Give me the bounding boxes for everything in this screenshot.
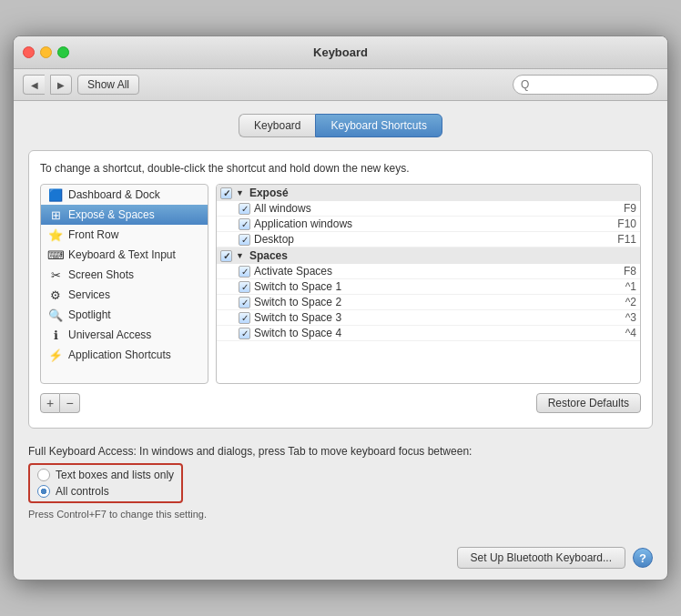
pane-area: 🟦 Dashboard & Dock ⊞ Exposé & Spaces ⭐ F… (40, 184, 641, 384)
group-header-expose[interactable]: ✓ ▼ Exposé (217, 185, 640, 201)
restore-defaults-button[interactable]: Restore Defaults (536, 393, 641, 413)
sidebar-item-screenshots[interactable]: ✂ Screen Shots (41, 265, 208, 285)
main-panel: To change a shortcut, double-click the s… (28, 150, 653, 429)
shortcut-checkbox[interactable]: ✓ (239, 266, 250, 278)
shortcut-checkbox[interactable]: ✓ (239, 203, 250, 215)
universal-icon: ℹ (48, 328, 63, 342)
sidebar-item-frontrow[interactable]: ⭐ Front Row (41, 225, 208, 245)
shortcut-row[interactable]: ✓ Switch to Space 1 ^1 (217, 279, 640, 295)
shortcut-key: F11 (600, 233, 636, 246)
sidebar-item-label: Spotlight (68, 308, 111, 321)
setup-bluetooth-button[interactable]: Set Up Bluetooth Keyboard... (457, 547, 625, 569)
radio-circle-textboxes (37, 469, 50, 481)
maximize-button[interactable] (57, 46, 69, 58)
search-input[interactable] (513, 75, 658, 95)
shortcut-row[interactable]: ✓ Switch to Space 4 ^4 (217, 326, 640, 341)
shortcut-checkbox[interactable]: ✓ (239, 328, 250, 339)
sidebar-item-expose[interactable]: ⊞ Exposé & Spaces (41, 205, 208, 225)
shortcut-checkbox[interactable]: ✓ (239, 297, 250, 308)
instruction-text: To change a shortcut, double-click the s… (40, 162, 641, 175)
shortcut-row[interactable]: ✓ Application windows F10 (217, 217, 640, 232)
shortcut-key: ^4 (600, 327, 636, 339)
shortcut-key: F8 (600, 265, 636, 278)
radio-option-textboxes[interactable]: Text boxes and lists only (37, 469, 174, 481)
radio-circle-allcontrols (37, 485, 50, 498)
sidebar-item-label: Front Row (68, 228, 118, 241)
shortcut-checkbox[interactable]: ✓ (239, 281, 250, 293)
spotlight-icon: 🔍 (48, 308, 63, 322)
window-title: Keyboard (313, 45, 368, 59)
content-area: Keyboard Keyboard Shortcuts To change a … (14, 101, 667, 540)
shortcut-row[interactable]: ✓ Switch to Space 3 ^3 (217, 310, 640, 326)
shortcut-name: Switch to Space 3 (254, 311, 596, 324)
shortcut-key: F10 (600, 217, 636, 230)
add-shortcut-button[interactable]: + (40, 393, 60, 413)
sidebar-item-label: Application Shortcuts (68, 348, 171, 361)
forward-button[interactable]: ▶ (50, 75, 72, 95)
back-button[interactable]: ◀ (23, 75, 45, 95)
group-checkbox-expose[interactable]: ✓ (220, 187, 232, 199)
shortcuts-table: ✓ ▼ Exposé ✓ All windows F9 ✓ Applicatio… (216, 184, 641, 384)
shortcut-row[interactable]: ✓ All windows F9 (217, 201, 640, 217)
sidebar-item-universal[interactable]: ℹ Universal Access (41, 325, 208, 345)
main-window: Keyboard ◀ ▶ Show All Keyboard Keyboard … (13, 35, 668, 581)
group-checkbox-spaces[interactable]: ✓ (220, 250, 232, 262)
traffic-lights (23, 46, 69, 58)
group-label-spaces: Spaces (249, 249, 288, 262)
frontrow-icon: ⭐ (48, 227, 63, 242)
tab-keyboard[interactable]: Keyboard (239, 114, 315, 137)
shortcut-row[interactable]: ✓ Switch to Space 2 ^2 (217, 295, 640, 310)
shortcut-name: All windows (254, 202, 596, 215)
radio-label-textboxes: Text boxes and lists only (56, 469, 174, 481)
sidebar-item-keyboard[interactable]: ⌨ Keyboard & Text Input (41, 245, 208, 265)
tabs: Keyboard Keyboard Shortcuts (28, 114, 653, 137)
sidebar-item-dashboard[interactable]: 🟦 Dashboard & Dock (41, 185, 208, 205)
collapse-icon-expose: ▼ (236, 188, 244, 197)
dashboard-icon: 🟦 (48, 187, 63, 202)
shortcut-name: Desktop (254, 233, 596, 246)
collapse-icon-spaces: ▼ (236, 251, 244, 260)
shortcut-key: ^2 (600, 296, 636, 308)
group-label-expose: Exposé (249, 187, 289, 199)
sidebar-item-appshortcuts[interactable]: ⚡ Application Shortcuts (41, 345, 208, 365)
ctrl-note: Press Control+F7 to change this setting. (28, 509, 653, 520)
sidebar-list: 🟦 Dashboard & Dock ⊞ Exposé & Spaces ⭐ F… (40, 184, 208, 384)
shortcut-row[interactable]: ✓ Activate Spaces F8 (217, 264, 640, 279)
shortcut-name: Activate Spaces (254, 265, 596, 278)
remove-shortcut-button[interactable]: − (60, 393, 80, 413)
radio-option-allcontrols[interactable]: All controls (37, 485, 174, 498)
group-header-spaces[interactable]: ✓ ▼ Spaces (217, 247, 640, 264)
minimize-button[interactable] (40, 46, 52, 58)
shortcut-name: Switch to Space 1 (254, 280, 596, 293)
shortcut-checkbox[interactable]: ✓ (239, 312, 250, 324)
shortcut-name: Switch to Space 4 (254, 327, 596, 339)
sidebar-item-services[interactable]: ⚙ Services (41, 285, 208, 305)
footer: Set Up Bluetooth Keyboard... ? (14, 540, 667, 580)
sidebar-item-label: Keyboard & Text Input (68, 248, 176, 261)
radio-label-allcontrols: All controls (56, 485, 109, 498)
sidebar-item-label: Exposé & Spaces (68, 208, 155, 221)
shortcut-key: ^3 (600, 311, 636, 324)
shortcut-name: Switch to Space 2 (254, 296, 596, 308)
shortcut-key: ^1 (600, 280, 636, 293)
tab-keyboard-shortcuts[interactable]: Keyboard Shortcuts (315, 114, 442, 137)
services-icon: ⚙ (48, 288, 63, 302)
sidebar-item-label: Universal Access (68, 328, 151, 341)
bottom-toolbar: + − Restore Defaults (40, 389, 641, 417)
show-all-button[interactable]: Show All (77, 75, 139, 95)
expose-icon: ⊞ (48, 207, 63, 222)
add-remove-group: + − (40, 393, 80, 413)
toolbar: ◀ ▶ Show All (14, 69, 667, 101)
shortcut-row[interactable]: ✓ Desktop F11 (217, 232, 640, 247)
sidebar-item-label: Screen Shots (68, 268, 134, 281)
keyboard-access-section: Full Keyboard Access: In windows and dia… (28, 438, 653, 527)
help-button[interactable]: ? (633, 548, 653, 568)
shortcut-checkbox[interactable]: ✓ (239, 234, 250, 246)
close-button[interactable] (23, 46, 35, 58)
sidebar-item-label: Services (68, 288, 110, 301)
screenshots-icon: ✂ (48, 268, 63, 282)
sidebar-item-spotlight[interactable]: 🔍 Spotlight (41, 305, 208, 325)
shortcut-checkbox[interactable]: ✓ (239, 218, 250, 230)
appshortcuts-icon: ⚡ (48, 348, 63, 362)
titlebar: Keyboard (14, 36, 667, 69)
